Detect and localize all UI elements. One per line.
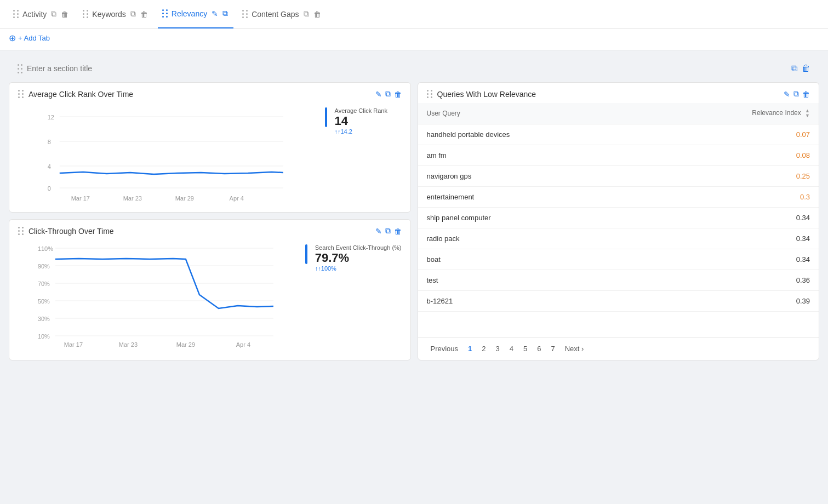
pagination-next[interactable]: Next › <box>561 343 588 354</box>
queries-title: Queries With Low Relevance <box>437 90 536 99</box>
click-through-title: Click-Through Over Time <box>28 227 114 236</box>
tab-content-gaps-delete[interactable]: 🗑 <box>312 9 322 20</box>
queries-edit[interactable]: ✎ <box>784 89 790 99</box>
pagination-prev[interactable]: Previous <box>427 343 462 354</box>
tab-keywords-copy[interactable]: ⧉ <box>129 8 137 20</box>
pagination: Previous 1 2 3 4 5 6 7 Next › <box>418 337 819 360</box>
table-row: b-126210.39 <box>418 291 819 312</box>
add-tab-bar: ⊕ + Add Tab <box>0 28 828 50</box>
legend-sub-ctr: ↑↑100% <box>315 265 402 272</box>
pagination-page-2[interactable]: 2 <box>478 343 489 354</box>
avg-click-rank-card: Average Click Rank Over Time ✎ ⧉ 🗑 12 8 <box>9 82 411 213</box>
tab-keywords-label: Keywords <box>92 10 125 19</box>
table-row: test0.36 <box>418 270 819 291</box>
svg-text:Mar 23: Mar 23 <box>123 195 142 202</box>
tab-activity-label: Activity <box>22 10 47 19</box>
card-drag-avg[interactable] <box>18 90 24 98</box>
pagination-page-6[interactable]: 6 <box>533 343 545 354</box>
query-cell: test <box>418 270 647 291</box>
sort-icons-relevance: ▲▼ <box>805 108 810 118</box>
avg-click-rank-copy[interactable]: ⧉ <box>385 89 391 99</box>
relevance-cell: 0.07 <box>647 124 819 145</box>
tab-drag-content-gaps <box>242 10 248 18</box>
card-drag-ctr[interactable] <box>18 227 24 235</box>
table-row: boat0.34 <box>418 249 819 270</box>
svg-text:110%: 110% <box>38 245 53 252</box>
svg-text:Mar 17: Mar 17 <box>64 341 83 348</box>
tab-relevancy-edit[interactable]: ✎ <box>210 8 219 19</box>
avg-click-rank-chart-container: 12 8 4 0 <box>9 103 410 212</box>
relevance-cell: 0.39 <box>647 291 819 312</box>
relevance-cell: 0.36 <box>647 270 819 291</box>
left-column: Average Click Rank Over Time ✎ ⧉ 🗑 12 8 <box>9 82 411 360</box>
svg-text:Mar 23: Mar 23 <box>119 341 138 348</box>
pagination-next-chevron: › <box>581 345 584 353</box>
click-through-copy[interactable]: ⧉ <box>385 226 391 236</box>
legend-value-ctr: 79.7% <box>315 251 402 265</box>
query-cell: am fm <box>418 145 647 166</box>
click-through-delete[interactable]: 🗑 <box>394 226 402 236</box>
legend-label-avg: Average Click Rank <box>335 107 387 114</box>
section-drag-handle[interactable] <box>18 64 22 73</box>
pagination-page-7[interactable]: 7 <box>547 343 558 354</box>
section-title-input[interactable] <box>27 64 136 73</box>
relevance-cell: 0.25 <box>647 166 819 187</box>
pagination-page-5[interactable]: 5 <box>519 343 531 354</box>
click-through-edit[interactable]: ✎ <box>375 226 382 236</box>
tab-content-gaps[interactable]: Content Gaps ⧉ 🗑 <box>238 0 326 28</box>
query-cell: handheld portable devices <box>418 124 647 145</box>
svg-text:Mar 29: Mar 29 <box>175 195 194 202</box>
tab-keywords-delete[interactable]: 🗑 <box>139 9 149 20</box>
tab-drag-activity <box>13 10 19 18</box>
add-tab-button[interactable]: ⊕ + Add Tab <box>9 33 50 43</box>
svg-text:10%: 10% <box>38 333 50 340</box>
tab-activity[interactable]: Activity ⧉ 🗑 <box>9 0 74 28</box>
tab-content-gaps-copy[interactable]: ⧉ <box>302 8 310 20</box>
section-copy-button[interactable]: ⧉ <box>791 64 797 73</box>
avg-click-rank-legend: Average Click Rank 14 ↑↑14.2 <box>325 103 402 203</box>
add-tab-plus-icon: ⊕ <box>9 33 16 43</box>
avg-click-rank-chart: 12 8 4 0 <box>18 103 318 203</box>
table-row: handheld portable devices0.07 <box>418 124 819 145</box>
col-relevance-index[interactable]: Relevance Index ▲▼ <box>647 103 819 124</box>
queries-card: Queries With Low Relevance ✎ ⧉ 🗑 User Qu… <box>418 82 820 360</box>
card-drag-queries[interactable] <box>427 90 433 98</box>
legend-indicator-avg <box>325 107 327 127</box>
tab-activity-delete[interactable]: 🗑 <box>60 9 70 20</box>
avg-click-rank-edit[interactable]: ✎ <box>375 89 382 99</box>
tab-keywords[interactable]: Keywords ⧉ 🗑 <box>78 0 153 28</box>
query-cell: navigaron gps <box>418 166 647 187</box>
click-through-chart: 110% 90% 70% 50% 30% 10% <box>18 240 299 351</box>
section-delete-button[interactable]: 🗑 <box>802 64 810 73</box>
query-cell: entertainement <box>418 187 647 208</box>
avg-click-rank-delete[interactable]: 🗑 <box>394 89 402 99</box>
svg-text:0: 0 <box>48 185 51 192</box>
section-header: ⧉ 🗑 <box>9 59 819 78</box>
avg-click-rank-title: Average Click Rank Over Time <box>28 90 133 99</box>
relevance-cell: 0.3 <box>647 187 819 208</box>
svg-text:4: 4 <box>48 163 51 170</box>
query-cell: boat <box>418 249 647 270</box>
pagination-page-4[interactable]: 4 <box>506 343 517 354</box>
tab-relevancy-label: Relevancy <box>172 9 207 18</box>
svg-text:30%: 30% <box>38 316 50 322</box>
legend-label-ctr: Search Event Click-Through (%) <box>315 244 402 251</box>
queries-delete[interactable]: 🗑 <box>802 89 810 99</box>
legend-indicator-ctr <box>305 244 307 264</box>
main-content: ⧉ 🗑 Average Click Rank Over Time <box>0 50 828 369</box>
pagination-page-1[interactable]: 1 <box>464 343 476 354</box>
table-row: radio pack0.34 <box>418 228 819 249</box>
queries-copy[interactable]: ⧉ <box>793 89 799 99</box>
tab-content-gaps-label: Content Gaps <box>252 10 299 19</box>
col-user-query: User Query <box>418 103 647 124</box>
tab-drag-keywords <box>83 10 89 18</box>
svg-text:90%: 90% <box>38 263 50 270</box>
pagination-page-3[interactable]: 3 <box>492 343 504 354</box>
svg-text:Apr 4: Apr 4 <box>230 195 244 202</box>
queries-table-wrap: User Query Relevance Index ▲▼ handheld p… <box>418 103 819 337</box>
query-cell: ship panel computer <box>418 208 647 228</box>
relevance-cell: 0.34 <box>647 228 819 249</box>
tab-relevancy-copy[interactable]: ⧉ <box>221 8 229 19</box>
tab-relevancy[interactable]: Relevancy ✎ ⧉ <box>158 0 233 28</box>
tab-activity-copy[interactable]: ⧉ <box>50 8 58 20</box>
